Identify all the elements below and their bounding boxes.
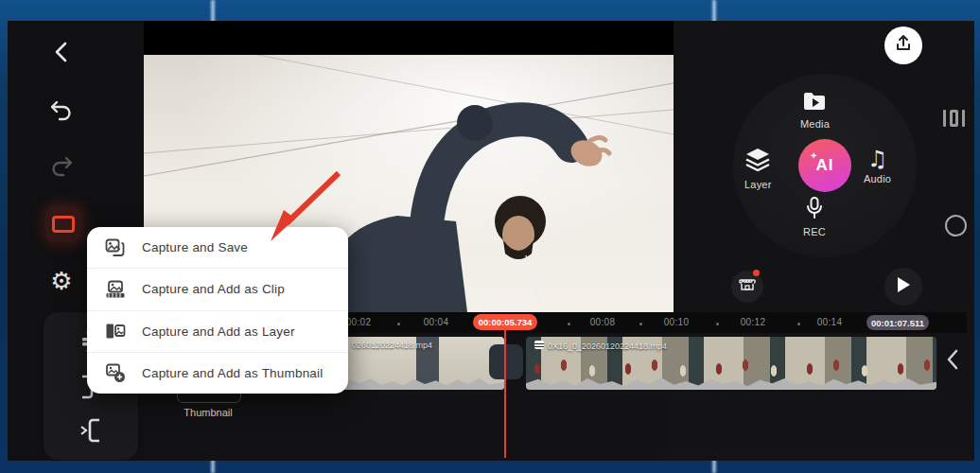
microphone-icon <box>805 197 824 223</box>
capture-layer-icon <box>104 321 127 342</box>
capture-thumbnail-icon <box>104 362 127 383</box>
clip2-filename-row: 0X16_0_20260120224418.mp4 <box>534 341 667 351</box>
undo-icon <box>49 99 74 122</box>
nav-recents-button[interactable] <box>943 110 965 127</box>
capture-clip-icon <box>104 279 127 300</box>
ruler-tick: 00:12 <box>741 317 766 327</box>
play-icon <box>896 276 911 297</box>
capture-button[interactable] <box>45 206 81 242</box>
store-notification-dot <box>753 270 760 276</box>
music-note-icon: ♫ <box>867 148 888 170</box>
menu-item-label: Capture and Add as Thumbnail <box>142 366 323 380</box>
thumbnail-label: Thumbnail <box>178 407 238 418</box>
capture-popup-menu: Capture and Save Capture and Add as Clip… <box>87 227 348 394</box>
video-file-icon <box>534 341 544 349</box>
gear-icon: ⚙ <box>50 269 72 293</box>
nav-back-chevron-icon <box>945 358 960 374</box>
play-button[interactable] <box>884 268 922 306</box>
total-duration-badge: 00:01:07.511 <box>866 315 929 330</box>
export-button[interactable] <box>884 26 922 64</box>
media-folder-icon <box>802 91 827 115</box>
clip1-filename: 0260120224418.mp4 <box>352 341 432 350</box>
redo-button[interactable] <box>44 149 79 184</box>
ruler-dot <box>797 323 800 325</box>
nav-back-button[interactable] <box>945 348 960 375</box>
media-label: Media <box>800 118 830 130</box>
settings-button[interactable]: ⚙ <box>44 263 79 299</box>
menu-item-capture-and-save[interactable]: Capture and Save <box>87 227 348 269</box>
clip2-filename: 0X16_0_20260120224418.mp4 <box>548 342 667 351</box>
chevron-left-icon <box>52 42 71 62</box>
asset-store-button[interactable] <box>731 271 763 303</box>
back-button[interactable] <box>44 34 79 70</box>
share-export-icon <box>894 34 913 57</box>
rec-button[interactable]: REC <box>803 197 826 237</box>
redo-icon <box>49 155 74 178</box>
undo-button[interactable] <box>44 93 79 129</box>
menu-item-label: Capture and Add as Clip <box>142 282 285 296</box>
nav-home-button[interactable] <box>945 215 967 236</box>
layer-button[interactable]: Layer <box>744 148 772 190</box>
media-button[interactable]: Media <box>800 91 830 130</box>
menu-item-capture-and-add-as-clip[interactable]: Capture and Add as Clip <box>87 269 348 310</box>
sparkle-icon: ✦ <box>810 150 818 161</box>
menu-item-capture-and-add-as-thumbnail[interactable]: Capture and Add as Thumbnail <box>87 353 348 394</box>
menu-item-label: Capture and Save <box>142 240 248 254</box>
layers-icon <box>744 148 771 176</box>
playhead-time-badge: 00:00:05.734 <box>473 314 537 330</box>
clip-transition-handle[interactable] <box>489 344 523 379</box>
action-wheel: Media Layer ♫ Audio REC ✦ AI <box>733 74 917 257</box>
ruler-tick: 00:08 <box>590 317 616 327</box>
audio-waveform <box>526 376 936 390</box>
ruler-tick: 00:04 <box>424 317 449 327</box>
ruler-tick: 00:02 <box>346 317 372 327</box>
audio-button[interactable]: ♫ Audio <box>864 148 891 184</box>
ruler-tick: 00:14 <box>817 317 843 327</box>
trim-right-button[interactable] <box>77 416 105 448</box>
rec-label: REC <box>803 226 826 237</box>
ruler-dot <box>716 323 719 325</box>
nav-recents-icon <box>943 110 946 127</box>
capture-save-icon <box>104 237 127 258</box>
ruler-dot <box>568 323 570 325</box>
ruler-dot <box>639 323 642 325</box>
menu-item-label: Capture and Add as Layer <box>142 324 295 339</box>
screenshot-stage: ⚙ <box>0 0 980 473</box>
ruler-tick: 00:10 <box>664 317 690 327</box>
ruler-dot <box>397 323 400 325</box>
playhead-line[interactable] <box>504 330 506 458</box>
audio-label: Audio <box>864 173 891 184</box>
capture-frame-icon <box>52 216 75 233</box>
menu-item-capture-and-add-as-layer[interactable]: Capture and Add as Layer <box>87 311 348 353</box>
ai-button[interactable]: ✦ AI <box>798 139 851 192</box>
storefront-icon <box>739 277 756 296</box>
layer-label: Layer <box>744 179 772 190</box>
